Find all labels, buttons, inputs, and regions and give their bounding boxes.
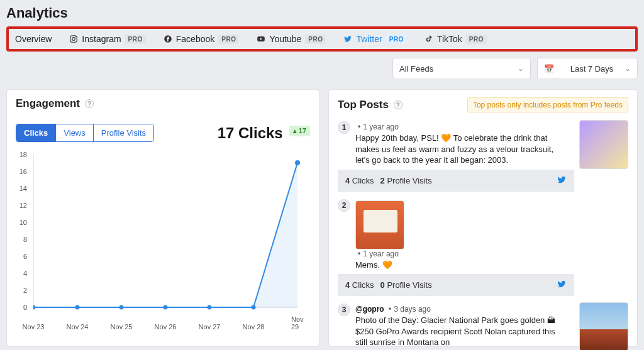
chevron-down-icon: ⌄ [518,64,524,73]
svg-point-14 [252,305,256,310]
twitter-icon [557,279,567,291]
top-posts-title: Top Posts [338,99,389,111]
post-time: 1 year ago [363,123,399,131]
feeds-select[interactable]: All Feeds ⌄ [392,58,531,79]
svg-point-2 [75,36,76,37]
top-post-item[interactable]: 2 •1 year ago Mems. 🧡 4 Clicks 0 Profile… [338,198,628,297]
feeds-select-label: All Feeds [399,64,433,74]
engagement-chart: 18 16 14 12 10 8 6 4 2 0 [16,151,310,319]
y-tick: 16 [16,168,27,175]
y-tick: 8 [16,236,27,243]
pro-badge: PRO [218,35,239,44]
tab-facebook[interactable]: Facebook PRO [164,34,240,44]
analytics-tabbar: Overview Instagram PRO Facebook PRO Yout… [6,26,638,52]
tab-overview[interactable]: Overview [15,34,52,44]
post-clicks-count: 4 [345,280,350,290]
pro-badge: PRO [305,35,326,44]
engagement-segmented-control: Clicks Views Profile Visits [16,124,154,142]
twitter-icon [557,175,567,187]
tiktok-icon [425,35,433,43]
post-clicks-count: 4 [345,176,350,185]
tab-twitter[interactable]: Twitter PRO [343,34,406,44]
post-visits-count: 0 [380,280,385,290]
tab-label: Youtube [269,34,301,44]
x-tick: Nov 24 [67,323,89,331]
engagement-title: Engagement [16,97,80,110]
y-tick: 10 [16,219,27,226]
calendar-icon: 📅 [544,64,554,74]
chevron-down-icon: ⌄ [625,64,631,73]
post-rank-badge: 2 [338,199,350,212]
tab-label: Instagram [82,34,121,44]
pro-badge: PRO [125,35,146,44]
post-text: Photo of the Day: Glacier National Park … [355,315,565,348]
svg-point-13 [208,305,212,310]
y-tick: 0 [16,304,27,311]
date-range-select[interactable]: 📅 Last 7 Days ⌄ [537,58,638,79]
post-visits-label: Profile Visits [387,280,431,290]
y-tick: 4 [16,270,27,277]
post-stats: 4 Clicks 0 Profile Visits [338,274,574,296]
svg-point-1 [72,38,75,41]
segment-views[interactable]: Views [56,124,93,141]
post-thumbnail [579,302,628,350]
top-post-item[interactable]: 1 •1 year ago Happy 20th bday, PSL! 🧡 To… [338,120,628,192]
top-post-item[interactable]: 3 @gopro •3 days ago Photo of the Day: G… [338,302,628,348]
page-title: Analytics [6,5,638,21]
post-text: Mems. 🧡 [355,260,565,271]
post-time: 3 days ago [394,305,431,314]
twitter-icon [343,35,352,43]
tab-label: Facebook [176,34,214,44]
post-meta: •1 year ago [355,249,565,258]
engagement-delta: ▴ 17 [289,126,310,136]
x-tick: Nov 27 [199,323,221,331]
post-time: 1 year ago [363,249,399,258]
help-icon[interactable]: ? [85,99,94,108]
post-clicks-label: Clicks [352,176,374,185]
pro-badge: PRO [386,35,407,44]
tab-youtube[interactable]: Youtube PRO [257,34,326,44]
youtube-icon [257,35,265,43]
date-select-label: Last 7 Days [570,64,614,74]
segment-clicks[interactable]: Clicks [16,124,56,141]
post-clicks-label: Clicks [352,280,374,290]
tab-label: Twitter [356,34,382,44]
post-thumbnail [579,120,628,169]
x-tick: Nov 23 [23,323,45,331]
line-chart-svg [33,151,310,314]
x-tick: Nov 25 [111,323,133,331]
tab-tiktok[interactable]: TikTok PRO [425,34,487,44]
tab-label: TikTok [437,34,462,44]
x-tick: Nov 26 [155,323,177,331]
svg-point-12 [164,305,168,310]
post-visits-label: Profile Visits [387,176,431,185]
engagement-metric-value: 17 Clicks [218,124,283,142]
svg-point-9 [33,305,36,310]
x-tick: Nov 29 [291,315,304,331]
svg-point-11 [119,305,124,310]
tab-label: Overview [15,34,52,44]
post-meta: •1 year ago [355,123,565,131]
svg-point-10 [75,305,80,310]
post-author: @gopro [355,305,384,314]
svg-point-15 [295,160,300,165]
top-posts-panel: Top Posts ? Top posts only includes post… [328,89,638,347]
post-text: Happy 20th bday, PSL! 🧡 To celebrate the… [355,133,565,166]
instagram-icon [69,35,78,43]
filters-row: All Feeds ⌄ 📅 Last 7 Days ⌄ [6,58,638,79]
post-rank-badge: 3 [338,304,350,316]
post-visits-count: 2 [380,176,385,185]
y-tick: 6 [16,253,27,260]
pro-badge: PRO [466,35,487,44]
post-rank-badge: 1 [338,121,350,134]
y-tick: 14 [16,185,27,192]
help-icon[interactable]: ? [394,101,402,109]
segment-profile-visits[interactable]: Profile Visits [94,124,153,141]
tab-instagram[interactable]: Instagram PRO [69,34,145,44]
y-tick: 2 [16,287,27,294]
post-meta: @gopro •3 days ago [355,305,565,314]
y-tick: 18 [16,151,27,158]
facebook-icon [164,35,172,43]
y-tick: 12 [16,202,27,209]
post-stats: 4 Clicks 2 Profile Visits [338,170,574,192]
